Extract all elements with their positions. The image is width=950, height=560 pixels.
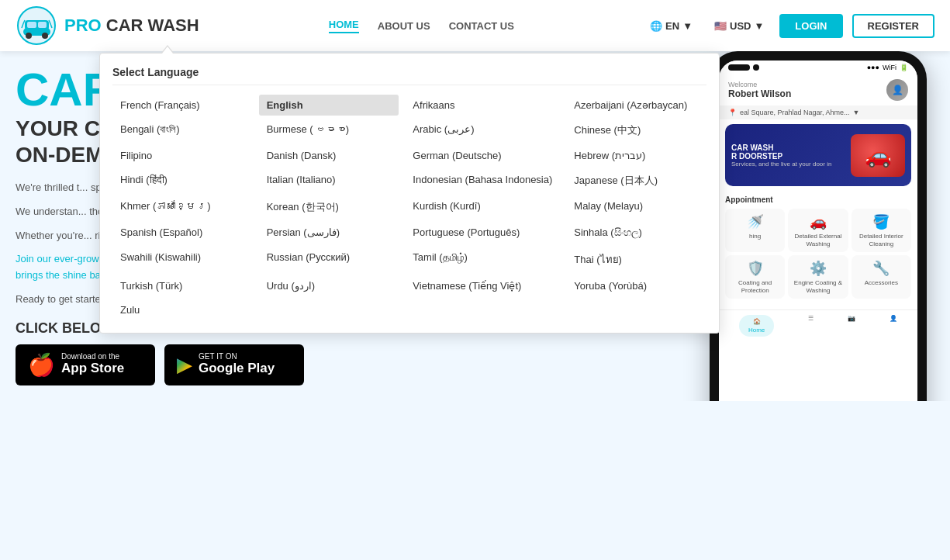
language-item[interactable]: French (Français): [112, 95, 253, 116]
language-item[interactable]: Danish (Dansk): [259, 145, 399, 166]
service-icon: ⚙️: [791, 260, 845, 277]
google-play-button[interactable]: ▶ GET IT ON Google Play: [164, 344, 304, 385]
lang-label: EN: [665, 20, 679, 32]
service-card[interactable]: 🛡️Coating and Protection: [725, 255, 785, 299]
service-label: Detailed Interior Cleaning: [855, 233, 908, 247]
chevron-down-icon: ▼: [682, 20, 693, 32]
svg-rect-5: [27, 22, 36, 28]
language-item[interactable]: Tamil (தமிழ்): [405, 247, 560, 272]
svg-rect-6: [38, 22, 47, 28]
language-item[interactable]: Burmese (ဗမာစာ): [259, 119, 399, 142]
svg-point-2: [26, 33, 32, 39]
app-store-button[interactable]: 🍎 Download on the App Store: [16, 344, 155, 385]
service-label: Engine Coating & Washing: [791, 279, 845, 294]
dropdown-title: Select Language: [112, 66, 706, 85]
battery-icon: 🔋: [900, 64, 908, 71]
status-icons: ●●● WiFi 🔋: [867, 64, 908, 71]
language-item[interactable]: Swahili (Kiswahili): [112, 247, 253, 272]
logo-text: PRO CAR WASH: [64, 16, 199, 36]
currency-button[interactable]: 🇺🇸 USD ▼: [708, 17, 770, 35]
nav-profile-phone[interactable]: 👤: [890, 315, 897, 337]
phone-frame: ●●● WiFi 🔋 Welcome Robert Wilson 👤 📍: [710, 51, 927, 401]
language-item[interactable]: Chinese (中文): [566, 119, 706, 142]
google-play-icon: ▶: [177, 353, 192, 377]
service-icon: 🚿: [728, 213, 782, 230]
language-item[interactable]: German (Deutsche): [405, 145, 560, 166]
login-button[interactable]: LOGIN: [779, 14, 842, 38]
header-controls: 🌐 EN ▼ 🇺🇸 USD ▼ LOGIN REGISTER: [644, 14, 934, 38]
language-item[interactable]: English: [259, 95, 399, 116]
location-bar: 📍 eal Square, Prahlad Nagar, Ahme... ▼: [719, 105, 917, 119]
currency-label: USD: [730, 20, 751, 32]
signal-icon: ●●●: [867, 64, 879, 71]
language-item[interactable]: Hebrew (עברית): [566, 145, 706, 166]
language-item[interactable]: Portuguese (Português): [405, 222, 560, 244]
service-card[interactable]: 🔧Accessories: [852, 255, 911, 299]
language-item[interactable]: Urdu (اردو): [259, 275, 399, 296]
nav-home-phone[interactable]: 🏠 Home: [739, 315, 774, 337]
language-item[interactable]: Zulu: [112, 299, 253, 320]
language-item[interactable]: Malay (Melayu): [566, 195, 706, 219]
service-label: Accessories: [855, 279, 908, 287]
language-item[interactable]: Hindi (हिंदी): [112, 169, 253, 192]
service-card[interactable]: ⚙️Engine Coating & Washing: [788, 255, 848, 299]
service-icon: 🚗: [791, 213, 845, 230]
language-item[interactable]: Sinhala (සිංහල): [566, 222, 706, 244]
language-item[interactable]: Japanese (日本人): [566, 169, 706, 192]
language-item[interactable]: Kurdish (Kurdî): [405, 195, 560, 219]
language-item[interactable]: Spanish (Español): [112, 222, 253, 244]
service-card[interactable]: 🚿hing: [725, 209, 785, 252]
phone-screen: ●●● WiFi 🔋 Welcome Robert Wilson 👤 📍: [719, 60, 917, 401]
banner-car-image: 🚗: [851, 134, 905, 177]
language-item[interactable]: Thai (ไทย): [566, 247, 706, 272]
services-grid: 🚿hing🚗Detailed External Washing🪣Detailed…: [725, 209, 911, 299]
register-button[interactable]: REGISTER: [852, 14, 934, 38]
phone-bottom-nav: 🏠 Home ☰ 📷 👤: [719, 309, 917, 341]
language-item[interactable]: Arabic (عربى): [405, 119, 560, 142]
language-item[interactable]: Khmer (ភាសាខ្មែរ): [112, 195, 253, 219]
service-icon: 🪣: [855, 213, 908, 230]
nav-camera-phone[interactable]: 📷: [848, 315, 855, 337]
services-section: Appointment 🚿hing🚗Detailed External Wash…: [719, 191, 917, 303]
location-icon: 📍: [728, 109, 737, 116]
service-card[interactable]: 🪣Detailed Interior Cleaning: [852, 209, 911, 252]
nav-contact[interactable]: CONTACT US: [449, 20, 514, 32]
apple-icon: 🍎: [28, 352, 55, 378]
language-item[interactable]: Persian (فارسی): [259, 222, 399, 244]
language-item[interactable]: Korean (한국어): [259, 195, 399, 219]
language-item[interactable]: Azerbaijani (Azərbaycan): [566, 95, 706, 116]
nav-about[interactable]: ABOUT US: [378, 20, 430, 32]
wifi-icon: WiFi: [883, 64, 896, 71]
language-item[interactable]: Bengali (বাংলি): [112, 119, 253, 142]
nav-menu-phone[interactable]: ☰: [808, 315, 814, 337]
globe-icon: 🌐: [650, 20, 662, 32]
language-item[interactable]: Filipino: [112, 145, 253, 166]
language-item[interactable]: Yoruba (Yorùbá): [566, 275, 706, 296]
menu-icon: ☰: [808, 315, 814, 322]
notch-dot: [753, 64, 759, 71]
service-label: hing: [728, 233, 782, 240]
header: PRO CAR WASH HOME ABOUT US CONTACT US 🌐 …: [0, 0, 950, 51]
language-grid: French (Français)EnglishAfrikaansAzerbai…: [112, 95, 706, 320]
language-item[interactable]: Indonesian (Bahasa Indonesia): [405, 169, 560, 192]
phone-notch: [728, 64, 759, 71]
phone-status-bar: ●●● WiFi 🔋: [719, 60, 917, 74]
language-button[interactable]: 🌐 EN ▼: [644, 17, 699, 35]
service-card[interactable]: 🚗Detailed External Washing: [788, 209, 848, 252]
currency-flag: 🇺🇸: [714, 20, 727, 32]
language-item[interactable]: Vietnamese (Tiếng Việt): [405, 275, 560, 296]
language-item[interactable]: Russian (Русский): [259, 247, 399, 272]
chevron-down-icon-2: ▼: [754, 20, 764, 32]
phone-welcome: Welcome Robert Wilson: [728, 81, 791, 99]
google-play-text: GET IT ON Google Play: [199, 353, 275, 376]
notch-pill: [728, 64, 750, 71]
banner-text: CAR WASH R DOORSTEP Services, and the li…: [731, 143, 831, 168]
logo-icon: [16, 6, 58, 45]
language-item[interactable]: Italian (Italiano): [259, 169, 399, 192]
phone-mockup: ●●● WiFi 🔋 Welcome Robert Wilson 👤 📍: [694, 51, 942, 401]
language-item[interactable]: Turkish (Türk): [112, 275, 253, 296]
svg-point-3: [42, 33, 48, 39]
language-item[interactable]: Afrikaans: [405, 95, 560, 116]
nav-home[interactable]: HOME: [329, 19, 359, 33]
service-label: Detailed External Washing: [791, 233, 845, 247]
